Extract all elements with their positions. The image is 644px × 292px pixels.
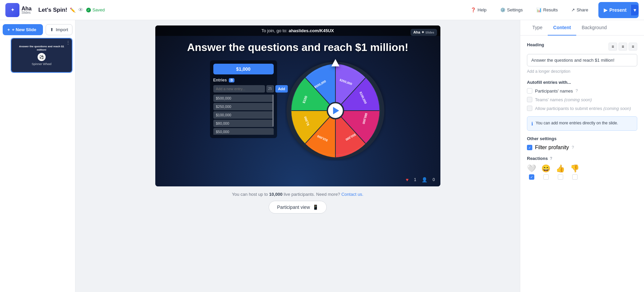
filter-profanity-label: Filter profanity [535,144,569,151]
people-icon: 👤 [422,177,427,182]
heading-input[interactable] [527,54,637,66]
share-button[interactable]: ↗ Share [568,5,592,14]
reaction-laugh: 😄 [541,164,550,180]
mobile-icon: 📱 [313,205,318,210]
import-button[interactable]: ⬆ Import [46,24,72,35]
participant-view-button[interactable]: Participant view 📱 [269,201,327,214]
slide-item-1[interactable]: Answer the questions and reach $1 millio… [11,38,72,73]
reaction-heart: 🤍 ✓ [527,164,536,180]
settings-icon: ⚙️ [500,7,505,12]
participants-names-label: Participants' names [535,89,573,94]
present-button[interactable]: ▶ Present ▾ [598,2,639,18]
entry-input[interactable] [213,85,265,93]
settings-button[interactable]: ⚙️ Settings [497,5,526,14]
filter-profanity-row: ✓ Filter profanity ? [527,144,637,151]
slide-content: $1,000 Entries B 25 Add $500,000 $250,00… [197,60,399,161]
help-button[interactable]: ❓ Help [467,5,490,14]
results-button[interactable]: 📊 Results [533,5,561,14]
limit-number: 10,000 [269,192,282,197]
other-settings-label: Other settings [527,136,637,141]
teams-names-label: Teams' names (coming soon) [535,97,592,102]
panel-tabs: Type Content Background [520,20,644,36]
right-panel: Type Content Background Heading ≡ ≡ ≡ Ad… [520,20,644,292]
thumbsup-emoji: 👍 [556,164,565,173]
reactions-section: Reactions ? 🤍 ✓ 😄 👍 [527,156,637,180]
laugh-reaction-checkbox[interactable] [543,174,549,180]
present-button-group[interactable]: ▶ Present ▾ [598,2,639,18]
allow-coming-soon: (coming soon) [603,106,631,111]
filter-profanity-checkbox[interactable]: ✓ [527,145,532,150]
topbar-right: ❓ Help ⚙️ Settings 📊 Results ↗ Share ▶ P… [467,2,639,18]
wheel-play-button[interactable] [327,102,344,119]
wheel-pointer [331,59,339,66]
thumbsdown-reaction-checkbox[interactable] [572,174,578,180]
plus-icon: + [7,27,10,32]
aha-watermark: Aha ✦ Slides [411,29,437,36]
align-left-button[interactable]: ≡ [608,43,617,51]
list-item: $500,000 [213,95,274,102]
main-layout: + + New Slide ⬆ Import 1 Answer the ques… [0,20,644,292]
saved-check-icon: ✓ [86,8,91,12]
participants-names-option: Participants' names ? [527,88,637,94]
slide-more-icon[interactable]: ⋮ [66,40,70,45]
sidebar: + + New Slide ⬆ Import 1 Answer the ques… [0,20,75,292]
new-slide-button[interactable]: + + New Slide [3,24,43,35]
join-bar: To join, go to: ahaslides.com/K45UX [155,25,440,36]
laugh-emoji: 😄 [541,164,550,173]
spinner-wheel[interactable]: $100 $500,000 $250,000 $100,000 $80,000 … [285,60,386,161]
list-item: $50,000 [213,128,274,135]
heading-row: Heading ≡ ≡ ≡ [527,42,637,51]
list-item: $250,000 [213,103,274,110]
present-chevron-icon[interactable]: ▾ [631,5,639,15]
tab-content[interactable]: Content [548,20,576,36]
slide-heading: Answer the questions and reach $1 millio… [187,41,409,54]
filter-profanity-help-icon[interactable]: ? [572,145,574,150]
align-buttons: ≡ ≡ ≡ [608,43,637,51]
wheel-play-icon [333,107,339,114]
teams-coming-soon: (coming soon) [564,97,592,102]
teams-names-checkbox [527,97,532,102]
heart-icon: ♥ [406,177,409,182]
eye-icon[interactable]: 👁 [78,7,84,13]
heart-reaction-checkbox[interactable]: ✓ [529,174,534,180]
reaction-thumbsup: 👍 [556,164,565,180]
contact-link[interactable]: Contact us. [341,192,364,197]
tab-background[interactable]: Background [576,20,612,36]
logo-subtext: Slides [21,11,32,14]
edit-icon[interactable]: ✏️ [70,7,75,13]
people-count: 0 [433,177,435,182]
slide-reactions: ♥ 1 👤 0 [406,177,435,182]
slide-wheel-icon: ⚽ [38,53,46,61]
add-description-link[interactable]: Add a longer description [527,69,637,74]
slide-1-container: 1 Answer the questions and reach $1 mill… [3,38,72,73]
participants-help-icon[interactable]: ? [576,89,578,93]
share-icon: ↗ [571,7,575,12]
entry-count: 25 [266,85,274,93]
scrollbar[interactable] [272,95,274,127]
thumbsdown-emoji: 👎 [570,164,579,173]
align-center-button[interactable]: ≡ [619,43,627,51]
play-icon: ▶ [604,7,607,13]
align-right-button[interactable]: ≡ [629,43,637,51]
presentation-title: Let's Spin! [38,7,67,13]
tab-type[interactable]: Type [527,20,548,36]
slide-thumb-title: Answer the questions and reach $1 millio… [14,45,69,51]
panel-body: Heading ≡ ≡ ≡ Add a longer description A… [520,36,644,186]
participants-names-checkbox[interactable] [527,88,532,94]
entries-list: $500,000 $250,000 $100,000 $80,000 $50,0… [213,95,274,135]
reactions-help-icon[interactable]: ? [550,156,552,161]
title-area: Let's Spin! ✏️ 👁 ✓ Saved [38,7,105,13]
entries-panel: $1,000 Entries B 25 Add $500,000 $250,00… [210,60,277,138]
selected-entry: $1,000 [213,64,274,74]
upload-icon: ⬆ [50,27,54,32]
saved-badge: ✓ Saved [86,7,105,12]
autofill-section: Autofill entries with... Participants' n… [527,80,637,111]
thumbsup-reaction-checkbox[interactable] [558,174,563,180]
slide-type-label: Spinner Wheel [32,62,51,66]
list-item: $80,000 [213,120,274,127]
teams-names-option: Teams' names (coming soon) [527,97,637,102]
help-icon: ❓ [471,7,476,12]
info-text: You can add more entries directly on the… [536,121,618,126]
heading-label: Heading [527,42,544,47]
reactions-row: 🤍 ✓ 😄 👍 👎 [527,164,637,180]
